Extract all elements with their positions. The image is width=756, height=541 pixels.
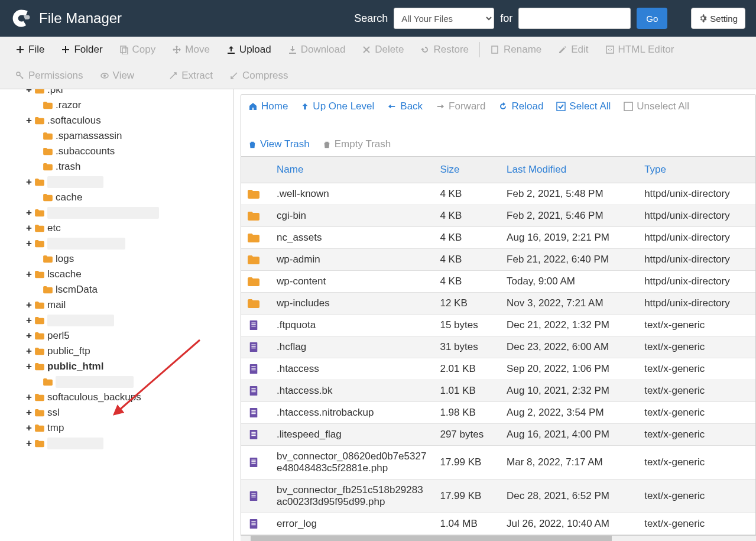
table-row[interactable]: .hcflag31 bytesDec 23, 2022, 6:00 AMtext… <box>241 336 755 358</box>
tree-item[interactable]: +logs <box>25 251 233 267</box>
horizontal-scrollbar[interactable] <box>241 535 756 541</box>
eye-icon <box>100 71 109 80</box>
table-row[interactable]: .litespeed_flag297 bytesAug 16, 2021, 4:… <box>241 424 755 446</box>
tree-item[interactable]: +.pki <box>25 89 233 98</box>
table-row[interactable]: .htaccess.bk1.01 KBAug 10, 2021, 2:32 PM… <box>241 380 755 402</box>
tree-item[interactable]: +softaculous_backups <box>25 390 233 405</box>
new-file-button[interactable]: File <box>7 37 53 63</box>
table-row[interactable]: .ftpquota15 bytesDec 21, 2022, 1:32 PMte… <box>241 315 755 336</box>
empty-trash-button[interactable]: Empty Trash <box>323 138 391 150</box>
tree-toggle[interactable]: + <box>25 361 33 372</box>
tree-item[interactable]: +lscache <box>25 267 233 282</box>
tree-item[interactable]: +____________________ <box>25 205 233 221</box>
compress-button[interactable]: Compress <box>221 63 296 89</box>
tree-toggle[interactable]: + <box>25 407 33 419</box>
view-trash-button[interactable]: View Trash <box>248 138 310 150</box>
tree-item[interactable]: +__________ <box>25 174 233 190</box>
tree-label: ______________ <box>47 238 125 250</box>
folder-tree-sidebar[interactable]: +.pki+.razor+.softaculous+.spamassassin+… <box>0 89 233 541</box>
tree-item[interactable]: +public_html <box>25 359 233 374</box>
row-modified: Aug 2, 2022, 3:54 PM <box>501 402 638 424</box>
column-icon[interactable] <box>241 157 271 183</box>
tree-item[interactable]: +.softaculous <box>25 113 233 128</box>
tree-item[interactable]: +.trash <box>25 159 233 174</box>
tree-toggle[interactable]: + <box>25 299 33 311</box>
tree-toggle[interactable]: + <box>25 345 33 357</box>
row-size: 1.04 MB <box>434 513 501 535</box>
tree-item[interactable]: +mail <box>25 297 233 313</box>
tree-item[interactable]: +____________ <box>25 313 233 328</box>
new-folder-button[interactable]: Folder <box>53 37 111 63</box>
unselect-all-button[interactable]: Unselect All <box>624 101 689 112</box>
restore-button[interactable]: Restore <box>412 37 477 63</box>
table-row[interactable]: .htaccess2.01 KBSep 20, 2022, 1:06 PMtex… <box>241 358 755 380</box>
search-scope-select[interactable]: All Your Files <box>394 8 494 29</box>
search-input[interactable] <box>518 8 631 29</box>
reload-button[interactable]: Reload <box>498 101 543 112</box>
download-button[interactable]: Download <box>280 37 354 63</box>
move-button[interactable]: Move <box>164 37 218 63</box>
tree-item[interactable]: +public_ftp <box>25 344 233 359</box>
delete-icon <box>362 45 371 54</box>
go-button[interactable]: Go <box>637 8 667 29</box>
rename-button[interactable]: Rename <box>482 37 550 63</box>
tree-label: .spamassassin <box>56 130 122 142</box>
view-button[interactable]: View <box>92 63 143 89</box>
tree-item[interactable]: +perl5 <box>25 328 233 344</box>
table-row[interactable]: .htaccess.nitrobackup1.98 KBAug 2, 2022,… <box>241 402 755 424</box>
tree-toggle[interactable]: + <box>25 438 33 449</box>
delete-button[interactable]: Delete <box>353 37 412 63</box>
table-row[interactable]: wp-includes12 KBNov 3, 2022, 7:21 AMhttp… <box>241 293 755 315</box>
tree-label: __________ <box>47 438 103 449</box>
home-button[interactable]: Home <box>248 101 288 112</box>
edit-button[interactable]: Edit <box>550 37 596 63</box>
extract-button[interactable]: Extract <box>160 63 221 89</box>
table-row[interactable]: wp-content4 KBToday, 9:00 AMhttpd/unix-d… <box>241 271 755 293</box>
tree-item[interactable]: +.subaccounts <box>25 144 233 159</box>
tree-item[interactable]: +cache <box>25 190 233 205</box>
upload-button[interactable]: Upload <box>218 37 280 63</box>
tree-item[interactable]: +______________ <box>25 236 233 251</box>
tree-item[interactable]: +______________ <box>25 374 233 390</box>
tree-toggle[interactable]: + <box>25 222 33 234</box>
plus-icon <box>61 45 70 54</box>
tree-toggle[interactable]: + <box>25 238 33 250</box>
column-size[interactable]: Size <box>434 157 501 183</box>
table-row[interactable]: error_log1.04 MBJul 26, 2022, 10:40 AMte… <box>241 513 755 535</box>
tree-item[interactable]: +ssl <box>25 405 233 420</box>
tree-toggle[interactable]: + <box>25 176 33 188</box>
tree-toggle[interactable]: + <box>25 391 33 403</box>
table-row[interactable]: .well-known4 KBFeb 2, 2021, 5:48 PMhttpd… <box>241 183 755 205</box>
copy-button[interactable]: Copy <box>111 37 164 63</box>
file-table-container[interactable]: Name Size Last Modified Type .well-known… <box>241 157 756 535</box>
select-all-button[interactable]: Select All <box>556 101 611 112</box>
tree-item[interactable]: +.spamassassin <box>25 128 233 144</box>
table-row[interactable]: nc_assets4 KBAug 16, 2019, 2:21 PMhttpd/… <box>241 227 755 249</box>
tree-toggle[interactable]: + <box>25 89 33 96</box>
column-type[interactable]: Type <box>638 157 755 183</box>
settings-button[interactable]: Setting <box>691 8 745 29</box>
tree-toggle[interactable]: + <box>25 207 33 219</box>
tree-item[interactable]: +.razor <box>25 98 233 113</box>
tree-toggle[interactable]: + <box>25 330 33 342</box>
tree-item[interactable]: +lscmData <box>25 282 233 297</box>
table-row[interactable]: cgi-bin4 KBFeb 2, 2021, 5:46 PMhttpd/uni… <box>241 205 755 227</box>
tree-item[interactable]: +__________ <box>25 436 233 451</box>
tree-toggle[interactable]: + <box>25 115 33 127</box>
tree-toggle[interactable]: + <box>25 315 33 326</box>
permissions-button[interactable]: Permissions <box>7 63 92 89</box>
tree-toggle[interactable]: + <box>25 422 33 434</box>
html-editor-button[interactable]: HTML Editor <box>597 37 683 63</box>
up-button[interactable]: Up One Level <box>301 101 374 112</box>
column-name[interactable]: Name <box>271 157 434 183</box>
svg-rect-18 <box>250 364 258 374</box>
table-row[interactable]: bv_connector_fb251c518b29283ac0023f3d95f… <box>241 480 755 513</box>
table-row[interactable]: bv_connector_08620ed0b7e5327e48048483c5f… <box>241 446 755 480</box>
tree-item[interactable]: +etc <box>25 221 233 236</box>
column-modified[interactable]: Last Modified <box>501 157 638 183</box>
forward-button[interactable]: Forward <box>436 101 485 112</box>
tree-toggle[interactable]: + <box>25 268 33 280</box>
tree-item[interactable]: +tmp <box>25 420 233 436</box>
back-button[interactable]: Back <box>387 101 423 112</box>
table-row[interactable]: wp-admin4 KBFeb 21, 2022, 6:40 PMhttpd/u… <box>241 249 755 271</box>
